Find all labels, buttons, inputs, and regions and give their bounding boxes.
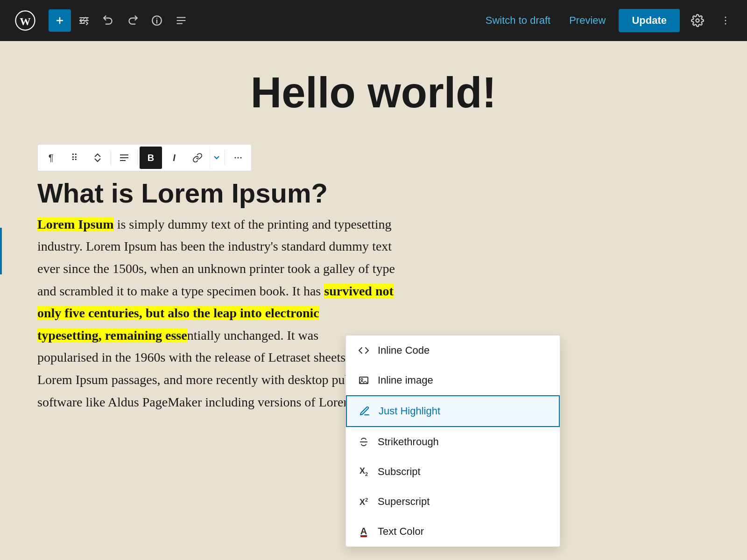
paragraph-icon: ¶ — [49, 153, 54, 163]
format-dropdown-menu: Inline Code Inline image Just Highlight — [345, 335, 560, 547]
format-dropdown-arrow[interactable] — [210, 147, 223, 169]
strikethrough-option[interactable]: Strikethrough — [346, 427, 560, 457]
just-highlight-option[interactable]: Just Highlight — [346, 395, 560, 427]
toolbar-divider-3 — [225, 150, 225, 165]
highlighted-typesetting: typesetting, remaining esse — [37, 328, 187, 343]
block-selected-indicator — [0, 228, 2, 274]
strikethrough-label: Strikethrough — [378, 436, 439, 448]
subscript-icon: X2 — [357, 465, 370, 478]
svg-point-11 — [725, 17, 726, 18]
tools-button[interactable] — [73, 9, 95, 32]
highlighted-lorem-ipsum: Lorem Ipsum — [37, 217, 114, 231]
move-arrows-button[interactable] — [86, 147, 109, 169]
paragraph-text-3: the industry's standard dummy — [209, 239, 372, 253]
svg-point-10 — [696, 19, 699, 22]
align-button[interactable] — [113, 147, 135, 169]
inline-image-icon — [357, 374, 370, 387]
drag-icon: ⠿ — [71, 152, 78, 163]
strikethrough-icon — [357, 435, 370, 448]
superscript-label: Superscript — [378, 496, 430, 508]
info-button[interactable] — [146, 9, 168, 32]
just-highlight-label: Just Highlight — [379, 405, 440, 417]
text-color-option[interactable]: A Text Color — [346, 517, 560, 546]
editor-toolbar-left — [49, 9, 192, 32]
text-color-icon: A — [357, 525, 370, 538]
update-button[interactable]: Update — [619, 9, 680, 32]
paragraph-text-1: is simply dummy text of the printing and… — [117, 217, 357, 231]
add-block-button[interactable] — [49, 9, 71, 32]
bold-button[interactable]: B — [140, 147, 162, 169]
svg-point-18 — [238, 157, 239, 159]
svg-point-17 — [235, 157, 236, 159]
wp-logo[interactable]: W — [11, 7, 39, 35]
drag-handle-button[interactable]: ⠿ — [63, 147, 85, 169]
toolbar-divider-2 — [137, 150, 138, 165]
undo-button[interactable] — [97, 9, 120, 32]
superscript-icon: X2 — [357, 495, 370, 508]
text-color-label: Text Color — [378, 525, 424, 538]
editor-area: Hello world! ¶ ⠿ — [0, 41, 747, 560]
more-options-button[interactable] — [715, 10, 736, 31]
switch-draft-button[interactable]: Switch to draft — [480, 11, 556, 30]
svg-point-6 — [156, 18, 157, 19]
inline-code-option[interactable]: Inline Code — [346, 336, 560, 365]
top-toolbar: W — [0, 0, 747, 41]
superscript-option[interactable]: X2 Superscript — [346, 487, 560, 517]
bold-icon: B — [148, 153, 154, 163]
more-block-options[interactable] — [227, 147, 249, 169]
just-highlight-icon — [358, 405, 371, 418]
settings-button[interactable] — [687, 10, 708, 31]
list-view-button[interactable] — [170, 9, 192, 32]
heading-block: ¶ ⠿ B — [37, 144, 710, 210]
subscript-label: Subscript — [378, 466, 421, 478]
subscript-option[interactable]: X2 Subscript — [346, 457, 560, 487]
inline-image-option[interactable]: Inline image — [346, 365, 560, 395]
inline-image-label: Inline image — [378, 374, 433, 386]
post-title[interactable]: Hello world! — [37, 69, 710, 116]
svg-point-19 — [240, 157, 242, 159]
block-heading-text[interactable]: What is Lorem Ipsum? — [37, 177, 710, 210]
preview-button[interactable]: Preview — [564, 11, 611, 30]
italic-button[interactable]: I — [163, 147, 185, 169]
link-button[interactable] — [186, 147, 209, 169]
svg-point-13 — [725, 23, 726, 25]
highlighted-leap: the leap into electronic — [193, 306, 319, 320]
svg-point-21 — [361, 378, 363, 380]
toolbar-divider-1 — [111, 150, 111, 165]
inline-code-label: Inline Code — [378, 344, 430, 357]
block-toolbar: ¶ ⠿ B — [37, 144, 252, 171]
paragraph-type-button[interactable]: ¶ — [40, 147, 62, 169]
svg-text:W: W — [20, 15, 31, 28]
editor-toolbar-right: Switch to draft Preview Update — [480, 9, 736, 32]
svg-point-12 — [725, 20, 726, 21]
redo-button[interactable] — [121, 9, 144, 32]
inline-code-icon — [357, 344, 370, 357]
italic-icon: I — [173, 153, 176, 163]
